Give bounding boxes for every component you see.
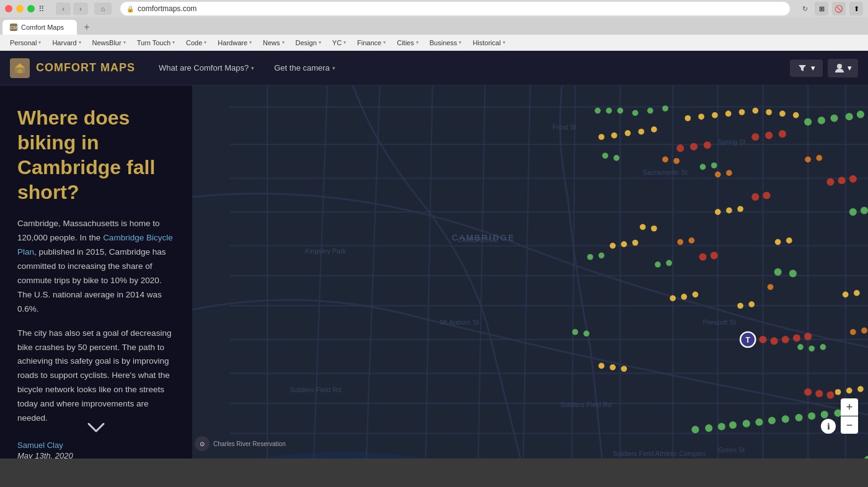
svg-point-66 [666,260,672,266]
svg-point-144 [676,144,684,152]
bookmark-finance[interactable]: Finance ▾ [352,38,391,48]
svg-point-149 [779,130,786,138]
bookmark-label: Turn Touch [137,39,170,46]
extensions-icon[interactable]: ⊞ [815,2,828,15]
filter-button[interactable]: ▾ [790,59,823,77]
svg-point-126 [775,239,781,245]
os-titlebar: ⠿ ‹ › ⌂ 🔒 comfortmaps.com ↻ ⊞ 🚫 ⬆ [0,0,868,17]
account-button[interactable]: ▾ [828,59,858,77]
filter-arrow: ▾ [811,63,815,72]
hero-title: Where does biking in Cambridge fall shor… [17,105,175,204]
svg-point-80 [729,421,737,429]
main-content: Where does biking in Cambridge fall shor… [0,86,868,458]
svg-point-175 [861,328,867,334]
bookmark-yc[interactable]: YC ▾ [327,38,351,48]
active-tab[interactable]: CM Comfort Maps [2,20,77,35]
svg-point-156 [711,252,718,259]
map-svg: DISTRICT CAMBRIDGE Sacramento St Spring … [192,86,868,458]
svg-point-122 [651,226,657,232]
bookmark-cities[interactable]: Cities ▾ [392,38,423,48]
svg-point-81 [743,420,750,428]
bookmark-label: Design [296,39,317,46]
address-bar[interactable]: 🔒 comfortmaps.com [120,2,790,15]
nav-get-camera[interactable]: Get the camera ▾ [265,59,344,76]
chevron-icon: ▾ [383,40,386,45]
zoom-in-button[interactable]: + [841,398,858,416]
nav-link-label: What are Comfort Maps? [159,63,249,72]
tab-favicon: CM [10,24,17,31]
svg-point-152 [826,178,834,186]
forward-button[interactable]: › [73,2,88,15]
svg-point-153 [838,177,846,184]
bookmark-code[interactable]: Code ▾ [181,38,211,48]
svg-text:Soldiers Field Athletic Comple: Soldiers Field Athletic Complex [613,450,706,457]
svg-point-79 [718,423,725,430]
close-button[interactable] [5,5,12,12]
svg-point-154 [849,175,857,183]
bookmark-historical[interactable]: Historical ▾ [467,38,510,48]
svg-point-133 [843,291,849,297]
home-button[interactable]: ⌂ [94,2,112,15]
zoom-out-button[interactable]: − [841,416,858,434]
svg-point-63 [587,254,593,260]
new-tab-button[interactable]: + [79,20,94,35]
svg-text:Spring St: Spring St [718,138,746,146]
share-icon[interactable]: ⬆ [849,2,863,15]
svg-point-138 [835,389,841,395]
svg-point-158 [771,337,778,344]
map-info-icon[interactable]: ℹ [821,419,836,434]
svg-point-50 [804,118,812,126]
chevron-icon: ▾ [282,40,285,45]
svg-point-57 [602,152,608,159]
back-button[interactable]: ‹ [56,2,71,15]
svg-point-111 [712,112,718,118]
svg-point-121 [640,224,646,230]
svg-point-125 [632,240,639,246]
browser-tabs: CM Comfort Maps + [0,17,868,35]
svg-point-73 [820,344,826,350]
svg-point-68 [789,270,797,277]
maximize-button[interactable] [27,5,35,12]
svg-text:Soldiers Field Rd: Soldiers Field Rd [560,401,611,408]
minimize-button[interactable] [16,5,24,12]
app-logo[interactable]: COMFORT MAPS [10,58,135,78]
bookmark-news[interactable]: News ▾ [258,38,290,48]
svg-point-51 [818,116,825,124]
svg-text:Prescott St: Prescott St [703,318,736,326]
chevron-icon: ▾ [459,40,461,45]
scroll-down-indicator[interactable] [85,420,107,439]
nav-what-are-comfort-maps[interactable]: What are Comfort Maps? ▾ [150,59,263,76]
chevron-icon: ▾ [123,40,126,45]
bookmark-label: Business [430,39,458,46]
svg-point-71 [797,344,804,350]
bookmark-harvard[interactable]: Harvard ▾ [47,38,86,48]
bookmark-business[interactable]: Business ▾ [425,38,467,48]
map-area[interactable]: DISTRICT CAMBRIDGE Sacramento St Spring … [192,86,868,458]
svg-point-67 [774,268,782,276]
svg-point-135 [598,363,604,369]
reload-button[interactable]: ↻ [799,2,811,15]
nav-link-label: Get the camera [274,63,330,72]
hero-body-1: Cambridge, Massachusetts is home to 120,… [17,217,175,317]
svg-point-120 [737,206,743,212]
app-navbar-right: ▾ ▾ [790,59,858,77]
svg-point-128 [670,296,676,302]
bookmark-turntouch[interactable]: Turn Touch ▾ [132,38,180,48]
app-navbar: COMFORT MAPS What are Comfort Maps? ▾ Ge… [0,51,868,86]
svg-point-107 [638,129,644,135]
block-icon[interactable]: 🚫 [832,2,846,15]
bookmark-hardware[interactable]: Hardware ▾ [213,38,257,48]
svg-point-61 [849,208,857,216]
svg-point-118 [715,209,721,215]
svg-point-49 [662,105,668,112]
bookmark-design[interactable]: Design ▾ [291,38,326,48]
bookmark-label: Personal [10,39,37,46]
svg-point-52 [830,115,838,122]
chevron-icon: ▾ [204,40,206,45]
bookmark-newsblur[interactable]: NewsBlur ▾ [87,38,131,48]
bookmark-personal[interactable]: Personal ▾ [5,38,46,48]
svg-point-62 [861,207,868,214]
svg-point-106 [625,130,631,136]
svg-point-164 [826,392,834,399]
bookmark-label: Code [186,39,202,46]
